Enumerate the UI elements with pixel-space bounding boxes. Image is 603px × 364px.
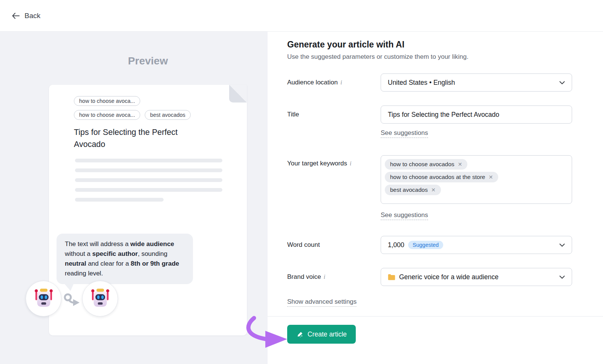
folder-icon [388,274,395,280]
placeholder-line [75,168,222,172]
robot-avatar-1 [26,281,61,317]
footer-divider [268,316,603,317]
title-row: Title [287,106,572,124]
preview-keyword-chip: how to choose avoca... [74,110,140,120]
placeholder-text-lines [75,159,222,208]
info-icon[interactable]: i [324,274,325,280]
keywords-row: Your target keywords i how to choose avo… [287,155,572,204]
word-count-label-group: Word count [287,241,381,249]
bubble-text-segment: The text will address a [65,240,130,248]
form-subheading: Use the suggested parameters or customiz… [287,53,572,61]
robot-icon [31,286,56,311]
bubble-text-segment: without a [65,250,92,257]
preview-panel: Preview how to choose avoca... how to ch… [0,32,268,364]
back-arrow-icon [12,13,20,19]
word-count-value: 1,000 [388,241,404,249]
brand-voice-row: Brand voice i Generic voice for a wide a… [287,268,572,286]
main-layout: Preview how to choose avoca... how to ch… [0,32,603,364]
chevron-down-icon [559,243,565,247]
generate-article-form: Generate your article with AI Use the su… [268,32,603,364]
keyword-chip[interactable]: how to choose avocados ✕ [385,159,467,170]
title-label: Title [287,111,299,118]
remove-keyword-icon[interactable]: ✕ [488,174,493,180]
placeholder-line [75,159,222,162]
page-fold-corner [229,85,247,102]
preview-panel-title: Preview [49,55,247,67]
audience-location-select[interactable]: United States • English [381,73,572,92]
keywords-label: Your target keywords [287,160,347,167]
keywords-input-box[interactable]: how to choose avocados ✕ how to choose a… [381,155,572,204]
bubble-text-segment: specific author [92,250,138,257]
robot-avatar-2 [82,281,118,317]
robot-icon [88,286,113,311]
preview-keyword-chip: how to choose avoca... [74,96,140,106]
brand-voice-label-group: Brand voice i [287,273,381,281]
word-count-label: Word count [287,241,320,249]
preview-chip-row-1: how to choose avoca... [74,96,140,106]
placeholder-line [75,178,222,182]
placeholder-line [75,188,222,192]
audience-location-label: Audience location [287,79,338,86]
audience-location-label-group: Audience location i [287,79,381,86]
bubble-text-segment: neutral [65,260,86,267]
suggested-badge: Suggested [408,241,443,249]
pen-sparkle-icon [296,331,303,338]
keywords-label-group: Your target keywords i [287,155,381,167]
keyword-chip-line: how to choose avocados ✕ [385,159,568,170]
placeholder-line [75,198,164,202]
audience-location-row: Audience location i United States • Engl… [287,73,572,92]
keyword-chip-line: best avocados ✕ [385,185,568,195]
back-label: Back [24,12,40,20]
chevron-down-icon [559,81,565,84]
form-heading: Generate your article with AI [287,40,572,50]
audience-location-value: United States • English [388,79,455,87]
remove-keyword-icon[interactable]: ✕ [431,187,436,193]
title-label-group: Title [287,111,381,118]
show-advanced-settings-link[interactable]: Show advanced settings [287,298,357,307]
keyword-chip-label: best avocados [390,187,428,193]
bubble-text-segment: reading level. [65,270,103,277]
keyword-chip-line: how to choose avocados at the store ✕ [385,172,568,182]
keywords-see-suggestions-link[interactable]: See suggestions [381,211,428,220]
remove-keyword-icon[interactable]: ✕ [458,162,462,167]
brand-voice-label: Brand voice [287,273,321,281]
preview-chip-row-2: how to choose avoca... best avocados [74,110,191,120]
word-count-row: Word count 1,000 Suggested [287,236,572,254]
create-article-label: Create article [308,330,347,338]
tone-description-bubble: The text will address a wide audience wi… [57,234,193,284]
word-count-select[interactable]: 1,000 Suggested [381,236,572,254]
keyword-chip[interactable]: best avocados ✕ [385,185,441,195]
brand-voice-value: Generic voice for a wide audience [399,273,499,281]
bubble-text-segment: wide audience [130,240,174,248]
chevron-down-icon [559,275,565,279]
info-icon[interactable]: i [350,160,351,167]
create-article-button[interactable]: Create article [287,325,356,344]
bubble-text-segment: and clear for a [86,260,131,267]
title-input[interactable] [381,106,572,124]
brand-voice-select[interactable]: Generic voice for a wide audience [381,268,572,286]
title-see-suggestions-link[interactable]: See suggestions [381,129,428,138]
bubble-tail [64,283,74,291]
preview-keyword-chip: best avocados [145,110,191,120]
bubble-text-segment: 8th or 9th grade [131,260,179,267]
back-button[interactable]: Back [12,12,40,20]
keyword-chip-label: how to choose avocados [390,161,455,168]
info-icon[interactable]: i [340,79,342,86]
preview-article-title: Tips for Selecting the Perfect Avocado [74,126,191,150]
keyword-chip[interactable]: how to choose avocados at the store ✕ [385,172,498,182]
bubble-text-segment: , sounding [138,250,167,257]
looped-arrow-icon [61,291,82,308]
keyword-chip-label: how to choose avocados at the store [390,174,485,180]
top-bar: Back [0,0,603,32]
